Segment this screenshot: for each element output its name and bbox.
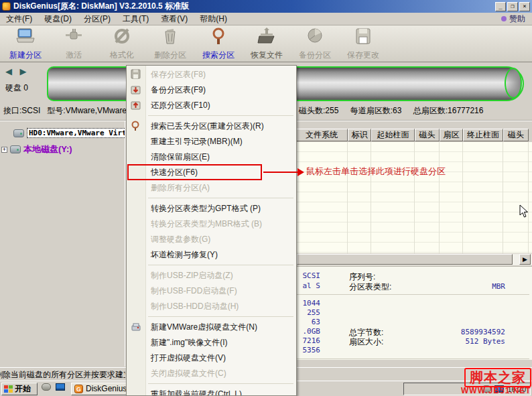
expand-plus-icon[interactable]: + xyxy=(1,147,7,153)
scroll-right-arrow[interactable]: ▶ xyxy=(519,254,531,265)
format-button[interactable]: 格式化 xyxy=(98,25,146,62)
menu-item-search-lost-partitions[interactable]: 搜索已丢失分区(重建分区表)(R) xyxy=(127,119,296,134)
info-fragment: 63 xyxy=(295,318,320,326)
start-label: 开始 xyxy=(15,383,31,395)
menu-item-bad-track-check[interactable]: 坏道检测与修复(Y) xyxy=(127,247,296,263)
menu-item-save-partition-table[interactable]: 保存分区表(F8) xyxy=(127,67,296,82)
disk-number-label: 硬盘 0 xyxy=(5,82,28,94)
disk-context-menu: 保存分区表(F8) 备份分区表(F9) 还原分区表(F10) 搜索已丢失分区(重… xyxy=(126,65,297,396)
model-label: 型号:VMware,VMware V xyxy=(47,106,134,115)
tree-item-local-disk[interactable]: + 本地磁盘(Y:) xyxy=(1,143,72,155)
menu-item-open-virtual-disk[interactable]: 打开虚拟硬盘文件(V) xyxy=(127,350,296,366)
horizontal-scrollbar[interactable]: ▶ xyxy=(295,254,532,265)
format-icon xyxy=(112,27,132,48)
activate-button[interactable]: 激活 xyxy=(50,25,98,62)
menu-separator xyxy=(127,113,296,119)
minimize-button[interactable]: _ xyxy=(495,2,506,11)
disk-geometry: 磁头数:255 每道扇区数:63 总扇区数:16777216 xyxy=(299,105,492,117)
column-header-head2[interactable]: 磁头 xyxy=(503,129,529,141)
menu-item-label: 删除所有分区(A) xyxy=(151,182,210,194)
menu-item-label: 调整硬盘参数(G) xyxy=(151,234,210,245)
column-header-head[interactable]: 磁头 xyxy=(415,129,440,141)
annotation-text: 鼠标左击单击选择此项进行硬盘分区 xyxy=(306,166,446,178)
info-fragment: 5356 xyxy=(295,346,320,354)
menu-help[interactable]: 帮助(H) xyxy=(194,13,233,25)
column-header-sector[interactable]: 扇区 xyxy=(440,129,463,141)
recover-files-button[interactable]: 恢复文件 xyxy=(243,25,291,62)
menu-item-label: 制作USB-FDD启动盘(F) xyxy=(151,285,237,297)
menu-item-usb-hdd-boot[interactable]: 制作USB-HDD启动盘(H) xyxy=(127,299,296,314)
disk-interface-model: 接口:SCSI 型号:VMware,VMware V xyxy=(3,105,134,117)
menu-item-new-vmware-disk[interactable]: 新建VMWare虚拟硬盘文件(N) xyxy=(127,320,296,335)
heads-label: 磁头数:255 xyxy=(299,106,338,115)
menu-item-usb-fdd-boot[interactable]: 制作USB-FDD启动盘(F) xyxy=(127,283,296,299)
title-bar[interactable]: DiskGenius[原名: DiskMan] V3.2.2010.5 标准版 … xyxy=(0,0,532,13)
disk-info-panel: SCSI al S 1044 255 63 .0GB 7216 5356 序列号… xyxy=(295,266,532,360)
menu-item-backup-partition-table[interactable]: 备份分区表(F9) xyxy=(127,82,296,98)
column-header-filesystem[interactable]: 文件系统 xyxy=(295,129,348,141)
info-fragment: 1044 xyxy=(295,299,320,308)
column-header-flag[interactable]: 标识 xyxy=(348,129,371,141)
menu-item-rebuild-mbr[interactable]: 重建主引导记录(MBR)(M) xyxy=(127,134,296,149)
menu-item-label: 坏道检测与修复(Y) xyxy=(151,249,218,261)
menu-file[interactable]: 文件(F) xyxy=(0,13,38,25)
column-header-end-cylinder[interactable]: 终止柱面 xyxy=(463,129,503,141)
menu-tools[interactable]: 工具(T) xyxy=(117,13,155,25)
backup-partition-button[interactable]: 备份分区 xyxy=(291,25,339,62)
save-changes-button[interactable]: 保存更改 xyxy=(339,25,387,62)
sponsor-link[interactable]: 赞助 xyxy=(501,13,525,25)
watermark-box: 脚本之家 xyxy=(464,368,531,387)
new-partition-icon xyxy=(15,27,36,48)
info-fragment: .0GB xyxy=(295,327,320,336)
backup-partition-icon xyxy=(305,27,325,48)
quick-launch-icon-2[interactable] xyxy=(56,383,65,391)
toolbar: 新建分区 激活 格式化 删除分区 搜索分区 恢复文件 备份分区 保存更改 xyxy=(0,25,532,62)
delete-partition-button[interactable]: 删除分区 xyxy=(146,25,194,62)
restore-button[interactable]: ❐ xyxy=(507,2,518,11)
divider xyxy=(297,358,529,359)
menu-item-usb-zip-boot[interactable]: 制作USB-ZIP启动盘(Z) xyxy=(127,268,296,283)
disk-nav-arrows[interactable]: ◀ ▶ xyxy=(5,66,29,76)
search-partition-icon xyxy=(208,27,228,48)
menu-item-clear-reserved-sectors[interactable]: 清除保留扇区(E) xyxy=(127,149,296,165)
grid-line xyxy=(503,142,503,253)
grid-line xyxy=(414,142,415,253)
menu-item-new-img-file[interactable]: 新建".img"映像文件(I) xyxy=(127,335,296,350)
search-partition-button[interactable]: 搜索分区 xyxy=(194,25,243,62)
menu-partition[interactable]: 分区(P) xyxy=(78,13,117,25)
activate-icon xyxy=(64,27,84,48)
start-button[interactable]: 开始 xyxy=(1,383,38,395)
tree-item-hd0[interactable]: HD0:VMware,VMware Virtual xyxy=(13,128,142,138)
grid-line xyxy=(347,142,348,253)
menu-item-close-virtual-disk[interactable]: 关闭虚拟硬盘文件(C) xyxy=(127,366,296,381)
menu-separator xyxy=(127,196,296,201)
magnifier-icon xyxy=(130,121,142,131)
menu-item-restore-partition-table[interactable]: 还原分区表(F10) xyxy=(127,98,296,113)
scrollbar-thumb[interactable] xyxy=(297,254,513,265)
total-bytes-value: 8589934592 xyxy=(461,328,505,336)
menu-item-convert-to-mbr[interactable]: 转换分区表类型为MBR格式 (B) xyxy=(127,216,296,232)
menu-item-label: 打开虚拟硬盘文件(V) xyxy=(151,352,226,364)
menu-item-label: 搜索已丢失分区(重建分区表)(R) xyxy=(151,121,264,132)
quick-launch-icon-1[interactable] xyxy=(42,383,51,391)
app-icon xyxy=(2,2,11,11)
menu-item-label: 转换分区表类型为MBR格式 (B) xyxy=(151,218,262,230)
info-fragment: SCSI xyxy=(295,271,320,280)
interface-label: 接口:SCSI xyxy=(3,106,40,115)
menu-disk[interactable]: 硬盘(D) xyxy=(38,13,78,25)
menu-item-label: 制作USB-HDD启动盘(H) xyxy=(151,301,239,312)
recover-files-icon xyxy=(257,27,277,48)
delete-partition-icon xyxy=(160,27,180,48)
menu-item-delete-all-partitions[interactable]: 删除所有分区(A) xyxy=(127,180,296,196)
new-partition-button[interactable]: 新建分区 xyxy=(1,25,50,62)
menu-item-adjust-disk-params[interactable]: 调整硬盘参数(G) xyxy=(127,232,296,247)
menu-item-label: 制作USB-ZIP启动盘(Z) xyxy=(151,270,233,281)
total-sectors-label: 总扇区数:16777216 xyxy=(413,106,484,115)
column-header-start-cylinder[interactable]: 起始柱面 xyxy=(371,129,415,141)
toolbar-label: 激活 xyxy=(66,50,82,61)
grid-line xyxy=(528,142,529,253)
close-button[interactable]: × xyxy=(519,2,530,11)
menu-item-reload-current-disk[interactable]: 重新加载当前硬盘(Ctrl_L) xyxy=(127,387,296,396)
menu-item-convert-to-gpt[interactable]: 转换分区表类型为GPT格式 (P) xyxy=(127,201,296,216)
menu-view[interactable]: 查看(V) xyxy=(155,13,194,25)
